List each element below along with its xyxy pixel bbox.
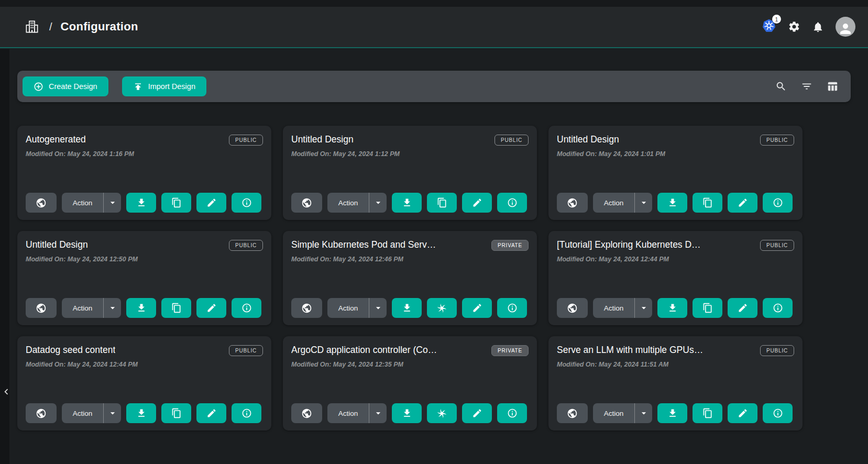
clone-button[interactable] (693, 193, 722, 213)
chevron-down-icon[interactable] (369, 193, 387, 213)
info-icon (241, 303, 252, 313)
modified-on-text: Modified On: May 24, 2024 12:50 PM (26, 256, 263, 263)
info-button[interactable] (763, 298, 793, 318)
action-split-button[interactable]: Action (62, 298, 121, 318)
modified-on-text: Modified On: May 24, 2024 12:44 PM (26, 361, 263, 368)
pencil-icon (206, 408, 217, 418)
visibility-globe-button[interactable] (557, 193, 588, 213)
edit-button[interactable] (462, 193, 492, 213)
table-view-icon[interactable] (827, 81, 838, 92)
user-avatar[interactable] (836, 17, 855, 37)
download-button[interactable] (126, 298, 156, 318)
action-split-button[interactable]: Action (593, 403, 652, 423)
filter-icon[interactable] (801, 81, 812, 92)
action-split-button[interactable]: Action (593, 298, 652, 318)
download-button[interactable] (126, 193, 156, 213)
edit-button[interactable] (462, 403, 492, 423)
visibility-globe-button[interactable] (26, 193, 57, 213)
design-card: Untitled Design PUBLIC Modified On: May … (283, 126, 537, 220)
chevron-down-icon[interactable] (635, 193, 652, 213)
clone-button[interactable] (161, 298, 191, 318)
visibility-globe-button[interactable] (26, 403, 57, 423)
info-button[interactable] (497, 403, 527, 423)
info-icon (507, 408, 518, 418)
design-card: Autogenerated PUBLIC Modified On: May 24… (17, 126, 271, 220)
info-button[interactable] (232, 193, 261, 213)
chevron-down-icon[interactable] (104, 403, 121, 423)
clone-button[interactable] (693, 403, 722, 423)
action-button-label[interactable]: Action (62, 298, 103, 318)
clone-button[interactable] (427, 193, 457, 213)
info-icon (773, 408, 783, 418)
import-design-button[interactable]: Import Design (122, 76, 206, 96)
visibility-globe-button[interactable] (557, 403, 588, 423)
edit-button[interactable] (196, 403, 226, 423)
edit-button[interactable] (728, 403, 757, 423)
visibility-globe-button[interactable] (291, 403, 322, 423)
chevron-down-icon[interactable] (104, 298, 121, 318)
download-button[interactable] (657, 298, 687, 318)
clone-button[interactable] (161, 193, 191, 213)
copy-icon (702, 197, 713, 208)
download-button[interactable] (126, 403, 156, 423)
visibility-globe-button[interactable] (291, 193, 322, 213)
edit-button[interactable] (728, 193, 757, 213)
info-button[interactable] (232, 298, 261, 318)
edit-button[interactable] (728, 298, 757, 318)
kubernetes-context-icon[interactable]: 1 (762, 18, 776, 35)
action-split-button[interactable]: Action (62, 403, 121, 423)
download-button[interactable] (657, 403, 687, 423)
visibility-globe-button[interactable] (26, 298, 57, 318)
edit-button[interactable] (196, 193, 226, 213)
chevron-down-icon[interactable] (369, 298, 387, 318)
copy-icon (702, 408, 713, 418)
action-split-button[interactable]: Action (62, 193, 121, 213)
info-button[interactable] (497, 298, 527, 318)
action-button-label[interactable]: Action (593, 193, 634, 213)
info-button[interactable] (763, 193, 793, 213)
info-icon (507, 197, 518, 208)
chevron-down-icon[interactable] (635, 403, 652, 423)
info-button[interactable] (232, 403, 261, 423)
modified-on-text: Modified On: May 24, 2024 1:16 PM (26, 150, 263, 158)
chevron-down-icon[interactable] (104, 193, 121, 213)
visibility-badge: PUBLIC (229, 135, 263, 146)
clone-button[interactable] (161, 403, 191, 423)
download-button[interactable] (392, 193, 422, 213)
download-button[interactable] (392, 403, 422, 423)
info-button[interactable] (497, 193, 527, 213)
action-button-label[interactable]: Action (327, 193, 369, 213)
globe-icon (301, 303, 312, 314)
visibility-globe-button[interactable] (557, 298, 588, 318)
globe-icon (301, 197, 312, 208)
download-button[interactable] (657, 193, 687, 213)
action-button-label[interactable]: Action (62, 403, 103, 423)
designs-toolbar: Create Design Import Design (17, 71, 851, 102)
action-button-label[interactable]: Action (62, 193, 103, 213)
chevron-left-icon[interactable] (1, 384, 12, 400)
organization-building-icon[interactable] (24, 19, 40, 35)
settings-gear-icon[interactable] (788, 20, 800, 33)
action-split-button[interactable]: Action (327, 298, 387, 318)
action-split-button[interactable]: Action (327, 403, 387, 423)
design-swirl-button[interactable] (427, 298, 457, 318)
download-button[interactable] (392, 298, 422, 318)
search-icon[interactable] (775, 81, 787, 92)
action-button-label[interactable]: Action (327, 298, 369, 318)
info-button[interactable] (763, 403, 793, 423)
action-button-label[interactable]: Action (593, 403, 634, 423)
chevron-down-icon[interactable] (635, 298, 652, 318)
clone-button[interactable] (693, 298, 722, 318)
create-design-button[interactable]: Create Design (23, 76, 108, 96)
chevron-down-icon[interactable] (369, 403, 387, 423)
action-button-label[interactable]: Action (593, 298, 634, 318)
action-button-label[interactable]: Action (327, 403, 369, 423)
design-card: Untitled Design PUBLIC Modified On: May … (17, 231, 271, 325)
design-swirl-button[interactable] (427, 403, 457, 423)
action-split-button[interactable]: Action (593, 193, 652, 213)
visibility-globe-button[interactable] (291, 298, 322, 318)
edit-button[interactable] (196, 298, 226, 318)
edit-button[interactable] (462, 298, 492, 318)
notifications-bell-icon[interactable] (812, 21, 824, 33)
action-split-button[interactable]: Action (327, 193, 387, 213)
